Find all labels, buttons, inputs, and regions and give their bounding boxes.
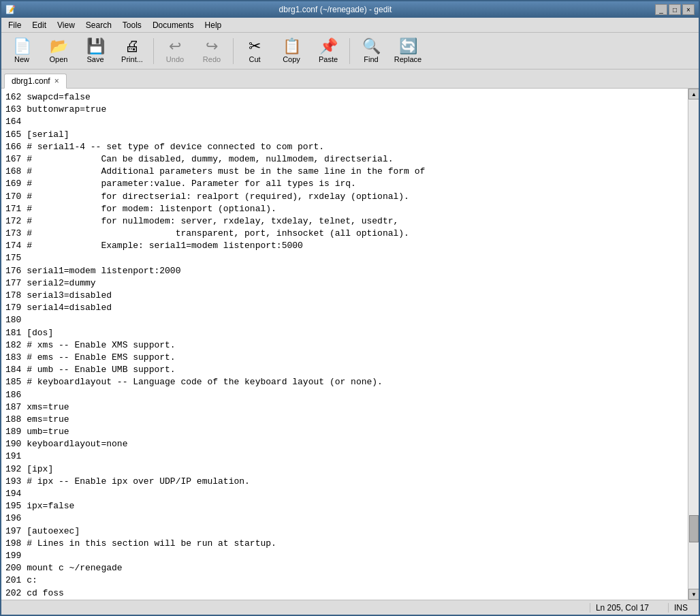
menu-search[interactable]: Search bbox=[82, 19, 116, 31]
tab-dbrg1conf[interactable]: dbrg1.conf × bbox=[4, 74, 67, 89]
toolbar: 📄 New 📂 Open 💾 Save 🖨 Print... ↩ Undo ↪ … bbox=[1, 33, 699, 70]
replace-button[interactable]: 🔄 Replace bbox=[390, 35, 426, 67]
scroll-down-button[interactable]: ▼ bbox=[688, 589, 699, 600]
redo-button[interactable]: ↪ Redo bbox=[194, 35, 229, 67]
find-button[interactable]: 🔍 Find bbox=[353, 35, 389, 67]
scroll-track[interactable] bbox=[688, 99, 699, 589]
print-button[interactable]: 🖨 Print... bbox=[114, 35, 150, 67]
tabbar: dbrg1.conf × bbox=[1, 70, 699, 89]
menu-help[interactable]: Help bbox=[201, 19, 226, 31]
tab-close-button[interactable]: × bbox=[54, 76, 59, 86]
undo-icon: ↩ bbox=[169, 39, 181, 54]
save-label: Save bbox=[86, 55, 104, 63]
cut-button[interactable]: ✂ Cut bbox=[237, 35, 272, 67]
minimize-button[interactable]: _ bbox=[655, 4, 667, 15]
separator-3 bbox=[349, 38, 350, 64]
copy-button[interactable]: 📋 Copy bbox=[274, 35, 309, 67]
open-icon: 📂 bbox=[50, 39, 68, 54]
scroll-up-button[interactable]: ▲ bbox=[688, 89, 699, 99]
menu-documents[interactable]: Documents bbox=[148, 19, 198, 31]
editor-container: 162 swapcd=false 163 buttonwrap=true 164… bbox=[1, 89, 699, 600]
save-icon: 💾 bbox=[86, 39, 105, 54]
editor-content[interactable]: 162 swapcd=false 163 buttonwrap=true 164… bbox=[1, 89, 688, 600]
replace-icon: 🔄 bbox=[399, 39, 417, 54]
cursor-position: Ln 205, Col 17 bbox=[590, 603, 654, 613]
redo-icon: ↪ bbox=[206, 39, 218, 54]
cut-icon: ✂ bbox=[249, 39, 261, 54]
cut-label: Cut bbox=[249, 55, 260, 63]
separator-2 bbox=[233, 38, 234, 64]
open-button[interactable]: 📂 Open bbox=[41, 35, 76, 67]
tab-label: dbrg1.conf bbox=[12, 76, 50, 86]
menu-view[interactable]: View bbox=[53, 19, 79, 31]
scrollbar[interactable]: ▲ ▼ bbox=[688, 89, 699, 600]
find-icon: 🔍 bbox=[362, 39, 381, 54]
menu-edit[interactable]: Edit bbox=[28, 19, 50, 31]
print-icon: 🖨 bbox=[125, 39, 140, 54]
paste-button[interactable]: 📌 Paste bbox=[311, 35, 346, 67]
find-label: Find bbox=[364, 55, 378, 63]
save-button[interactable]: 💾 Save bbox=[78, 35, 113, 67]
menu-tools[interactable]: Tools bbox=[118, 19, 146, 31]
app-icon: 📝 bbox=[5, 5, 16, 14]
titlebar: 📝 dbrg1.conf (~/renegade) - gedit _ □ × bbox=[1, 1, 699, 18]
copy-icon: 📋 bbox=[283, 39, 301, 54]
menu-file[interactable]: File bbox=[4, 19, 25, 31]
undo-label: Undo bbox=[166, 55, 184, 63]
maximize-button[interactable]: □ bbox=[669, 4, 681, 15]
window-title: dbrg1.conf (~/renegade) - gedit bbox=[279, 5, 392, 14]
new-icon: 📄 bbox=[13, 39, 31, 54]
paste-icon: 📌 bbox=[319, 39, 338, 54]
undo-button[interactable]: ↩ Undo bbox=[157, 35, 193, 67]
new-label: New bbox=[14, 55, 29, 63]
open-label: Open bbox=[50, 55, 68, 63]
code-editor[interactable]: 162 swapcd=false 163 buttonwrap=true 164… bbox=[1, 89, 688, 600]
window-controls[interactable]: _ □ × bbox=[655, 4, 695, 15]
separator-1 bbox=[153, 38, 154, 64]
new-button[interactable]: 📄 New bbox=[4, 35, 39, 67]
copy-label: Copy bbox=[283, 55, 300, 63]
close-window-button[interactable]: × bbox=[682, 4, 695, 15]
insert-mode: INS bbox=[668, 603, 693, 613]
print-label: Print... bbox=[121, 55, 143, 63]
scroll-thumb[interactable] bbox=[689, 515, 699, 542]
statusbar: Ln 205, Col 17 INS bbox=[1, 600, 699, 615]
paste-label: Paste bbox=[319, 55, 338, 63]
replace-label: Replace bbox=[394, 55, 421, 63]
redo-label: Redo bbox=[203, 55, 221, 63]
menubar: File Edit View Search Tools Documents He… bbox=[1, 18, 699, 33]
